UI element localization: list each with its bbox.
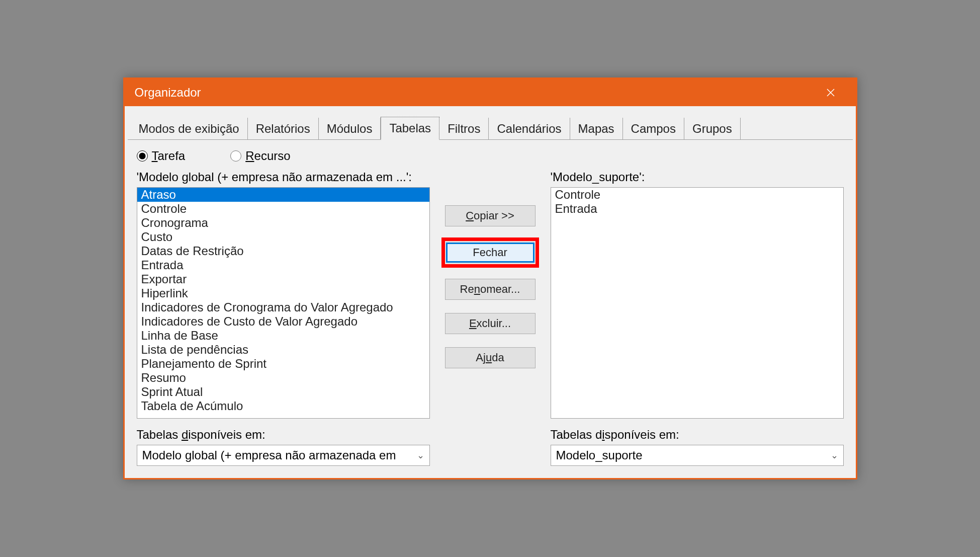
tab-strip: Modos de exibiçãoRelatóriosMódulosTabela… bbox=[125, 106, 856, 139]
center-buttons: Copiar >> Fechar Renomear... Excluir... … bbox=[440, 170, 541, 368]
left-list-label: 'Modelo global (+ empresa não armazenada… bbox=[137, 170, 430, 184]
window-title: Organizador bbox=[135, 86, 816, 100]
list-item[interactable]: Resumo bbox=[137, 371, 429, 385]
radio-recurso[interactable]: Recurso bbox=[230, 149, 290, 163]
tab-relat-rios[interactable]: Relatórios bbox=[248, 118, 319, 140]
radio-recurso-input[interactable] bbox=[230, 150, 241, 162]
bottom-row: Tabelas disponíveis em: Modelo global (+… bbox=[137, 428, 844, 466]
titlebar: Organizador bbox=[125, 79, 856, 106]
tab-grupos[interactable]: Grupos bbox=[684, 118, 741, 140]
columns: 'Modelo global (+ empresa não armazenada… bbox=[137, 170, 844, 419]
tab-panel-tabelas: Tarefa Recurso 'Modelo global (+ empresa… bbox=[128, 139, 853, 475]
right-dropdown[interactable]: Modelo_suporte ⌄ bbox=[551, 445, 844, 466]
right-dropdown-value: Modelo_suporte bbox=[556, 448, 643, 462]
tab-campos[interactable]: Campos bbox=[623, 118, 684, 140]
list-item[interactable]: Tabela de Acúmulo bbox=[137, 399, 429, 413]
list-item[interactable]: Datas de Restrição bbox=[137, 244, 429, 258]
list-item[interactable]: Lista de pendências bbox=[137, 343, 429, 357]
list-item[interactable]: Cronograma bbox=[137, 216, 429, 230]
list-item[interactable]: Entrada bbox=[551, 202, 843, 216]
list-item[interactable]: Linha de Base bbox=[137, 329, 429, 343]
chevron-down-icon: ⌄ bbox=[417, 450, 424, 461]
radio-tarefa[interactable]: Tarefa bbox=[137, 149, 186, 163]
list-item[interactable]: Custo bbox=[137, 230, 429, 244]
ajuda-button[interactable]: Ajuda bbox=[445, 347, 536, 368]
list-item[interactable]: Exportar bbox=[137, 272, 429, 286]
list-item[interactable]: Indicadores de Custo de Valor Agregado bbox=[137, 314, 429, 329]
right-list-label: 'Modelo_suporte': bbox=[551, 170, 844, 184]
tab-mapas[interactable]: Mapas bbox=[570, 118, 623, 140]
list-item[interactable]: Controle bbox=[551, 188, 843, 202]
left-dropdown[interactable]: Modelo global (+ empresa não armazenada … bbox=[137, 445, 430, 466]
left-column: 'Modelo global (+ empresa não armazenada… bbox=[137, 170, 430, 419]
list-item[interactable]: Sprint Atual bbox=[137, 385, 429, 399]
tab-m-dulos[interactable]: Módulos bbox=[319, 118, 381, 140]
chevron-down-icon: ⌄ bbox=[831, 450, 838, 461]
left-dropdown-group: Tabelas disponíveis em: Modelo global (+… bbox=[137, 428, 430, 466]
left-dropdown-value: Modelo global (+ empresa não armazenada … bbox=[142, 448, 396, 462]
left-dropdown-label: Tabelas disponíveis em: bbox=[137, 428, 430, 442]
right-dropdown-group: Tabelas disponíveis em: Modelo_suporte ⌄ bbox=[551, 428, 844, 466]
list-item[interactable]: Controle bbox=[137, 202, 429, 216]
radio-tarefa-input[interactable] bbox=[137, 150, 148, 162]
right-column: 'Modelo_suporte': ControleEntrada bbox=[551, 170, 844, 419]
left-listbox[interactable]: AtrasoControleCronogramaCustoDatas de Re… bbox=[137, 187, 430, 419]
list-item[interactable]: Atraso bbox=[137, 188, 429, 202]
close-icon[interactable] bbox=[816, 79, 846, 106]
tab-tabelas[interactable]: Tabelas bbox=[381, 117, 439, 140]
organizador-dialog: Organizador Modos de exibiçãoRelatóriosM… bbox=[123, 77, 857, 480]
list-item[interactable]: Hiperlink bbox=[137, 286, 429, 300]
radio-row: Tarefa Recurso bbox=[137, 149, 844, 163]
tab-filtros[interactable]: Filtros bbox=[439, 118, 489, 140]
copiar-button[interactable]: Copiar >> bbox=[445, 205, 536, 226]
fechar-button-inner: Fechar bbox=[446, 243, 534, 263]
tab-modos-de-exibi-o[interactable]: Modos de exibição bbox=[131, 118, 248, 140]
excluir-button[interactable]: Excluir... bbox=[445, 313, 536, 334]
list-item[interactable]: Entrada bbox=[137, 258, 429, 272]
list-item[interactable]: Indicadores de Cronograma do Valor Agreg… bbox=[137, 300, 429, 314]
renomear-button[interactable]: Renomear... bbox=[445, 279, 536, 300]
tab-calend-rios[interactable]: Calendários bbox=[489, 118, 570, 140]
list-item[interactable]: Planejamento de Sprint bbox=[137, 357, 429, 371]
right-listbox[interactable]: ControleEntrada bbox=[551, 187, 844, 419]
fechar-button[interactable]: Fechar bbox=[441, 237, 539, 268]
right-dropdown-label: Tabelas disponíveis em: bbox=[551, 428, 844, 442]
